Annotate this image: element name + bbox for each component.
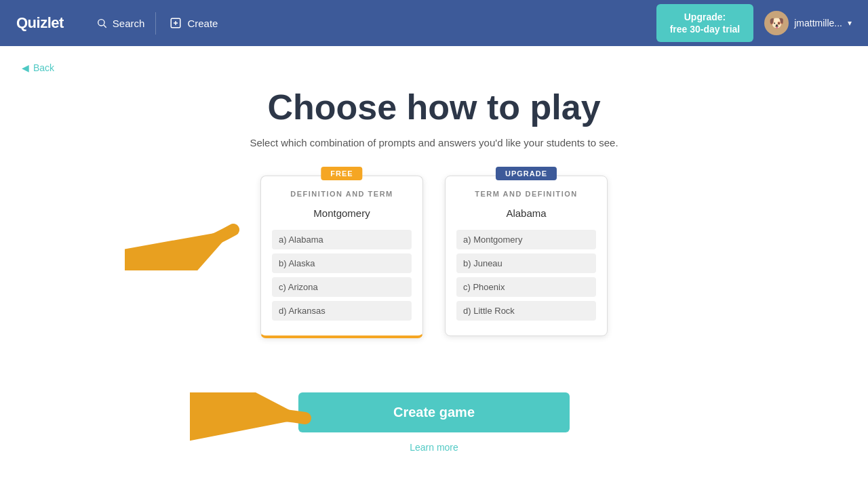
card-2-option-a: a) Montgomery (456, 230, 596, 249)
learn-more-link[interactable]: Learn more (410, 442, 458, 453)
page-subtitle: Select which combination of prompts and … (250, 137, 618, 148)
card-2-option-b: b) Juneau (456, 253, 596, 273)
back-button[interactable]: ◀ Back (0, 46, 868, 73)
card-2-prompt: Alabama (456, 207, 596, 219)
search-label: Search (113, 18, 145, 29)
chevron-down-icon: ▾ (848, 18, 852, 28)
search-icon (96, 18, 107, 28)
avatar: 🐶 (764, 11, 789, 35)
free-badge: FREE (321, 167, 362, 180)
upgrade-card[interactable]: UPGRADE TERM AND DEFINITION Alabama a) M… (445, 176, 608, 336)
upgrade-line1: Upgrade: (670, 11, 741, 23)
main-content: Choose how to play Select which combinat… (0, 73, 868, 480)
card-2-option-d: d) Little Rock (456, 301, 596, 321)
create-button[interactable]: Create (156, 12, 231, 35)
svg-point-0 (98, 20, 104, 26)
navbar: Quizlet Search Create Upgrade: free 30-d… (0, 0, 868, 46)
quizlet-logo[interactable]: Quizlet (16, 14, 64, 32)
user-menu[interactable]: 🐶 jmattmille... ▾ (764, 11, 852, 35)
upgrade-button[interactable]: Upgrade: free 30-day trial (656, 4, 754, 42)
back-label: Back (33, 62, 54, 73)
create-game-button[interactable]: Create game (298, 392, 570, 432)
search-button[interactable]: Search (85, 12, 157, 35)
arrow-left-decoration (125, 203, 260, 273)
card-1-option-b: b) Alaska (272, 253, 412, 273)
cards-area: FREE DEFINITION AND TERM Montgomery a) A… (260, 176, 608, 338)
card-1-option-d: d) Arkansas (272, 301, 412, 321)
username-label: jmattmille... (794, 18, 842, 28)
card-2-option-c: c) Phoenix (456, 277, 596, 297)
free-card[interactable]: FREE DEFINITION AND TERM Montgomery a) A… (260, 176, 423, 338)
card-1-option-c: c) Arizona (272, 277, 412, 297)
create-label: Create (187, 18, 218, 29)
create-icon (170, 17, 182, 29)
upgrade-line2: free 30-day trial (670, 23, 741, 35)
upgrade-badge: UPGRADE (496, 167, 557, 180)
page-title: Choose how to play (267, 87, 600, 127)
svg-line-1 (104, 25, 106, 28)
back-chevron-icon: ◀ (22, 62, 29, 73)
card-1-option-a: a) Alabama (272, 230, 412, 249)
card-2-label: TERM AND DEFINITION (456, 190, 596, 198)
card-1-prompt: Montgomery (272, 207, 412, 219)
card-1-label: DEFINITION AND TERM (272, 190, 412, 198)
